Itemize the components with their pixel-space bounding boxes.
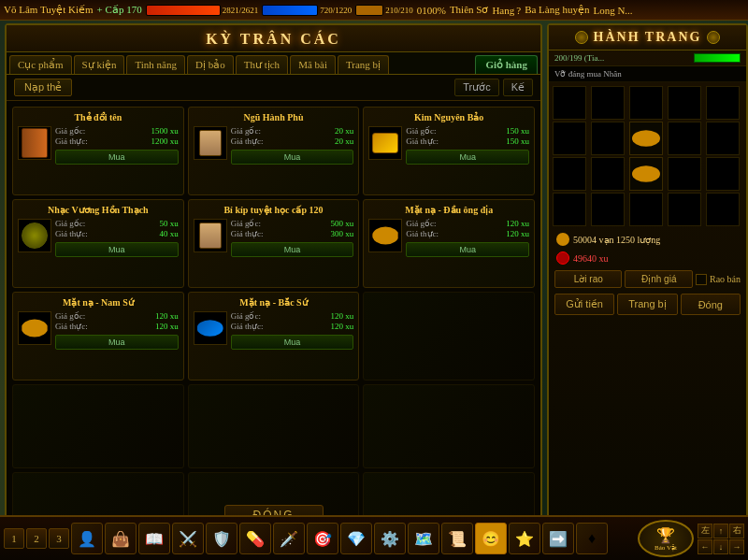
bao-vat-button[interactable]: 🏆 Báo Vật — [638, 520, 694, 557]
dir-right[interactable]: 右 — [729, 524, 744, 538]
shop-item-4: Nhạc Vương Hồn Thạch Giá gốc: 50 xu Giá … — [12, 199, 184, 288]
item-2-icon — [194, 126, 227, 160]
prev-button[interactable]: Trước — [454, 79, 498, 96]
inv-slot-1[interactable] — [553, 86, 586, 120]
rao-ban-row: Rao bán — [696, 270, 741, 288]
item-1-title: Thẻ đổi tên — [18, 112, 179, 122]
taskbar-icon-dagger[interactable]: 🗡️ — [273, 523, 305, 554]
dir-down[interactable]: ↓ — [713, 539, 728, 554]
dir-left2[interactable]: ← — [698, 539, 712, 554]
server-text: Thiên Sơ — [450, 4, 489, 16]
inv-slot-16[interactable] — [553, 193, 586, 226]
taskbar-icon-target[interactable]: 🎯 — [307, 523, 338, 554]
taskbar-icon-map[interactable]: 🗺️ — [408, 523, 439, 554]
mask-icon-8 — [197, 318, 223, 338]
shop-item-6: Mặt nạ - Đầu ông địa Giá gốc: 120 xu Giá… — [363, 199, 535, 288]
buy-button-3[interactable]: Mua — [406, 150, 529, 165]
buy-button-6[interactable]: Mua — [406, 242, 529, 257]
taskbar-icon-sword[interactable]: ⚔️ — [172, 523, 204, 554]
buy-button-2[interactable]: Mua — [231, 150, 354, 165]
inv-slot-9[interactable] — [668, 122, 701, 155]
tab-thu-tich[interactable]: Thư tịch — [236, 55, 288, 74]
inv-slot-15[interactable] — [706, 157, 740, 191]
dir-up[interactable]: ↑ — [713, 524, 728, 538]
tab-tinh-nang[interactable]: Tinh năng — [126, 55, 185, 74]
inv-slot-4[interactable] — [668, 86, 701, 120]
inv-slot-20[interactable] — [706, 193, 740, 226]
taskbar-num-1[interactable]: 1 — [4, 528, 24, 549]
inv-slot-19[interactable] — [668, 193, 701, 226]
loi-rao-button[interactable]: Lời rao — [554, 270, 622, 288]
taskbar-icon-person[interactable]: 👤 — [71, 523, 103, 554]
shop-item-2: Ngũ Hành Phù Giá gốc: 20 xu Giá thực: 20… — [188, 107, 360, 195]
taskbar-icon-shield[interactable]: 🛡️ — [206, 523, 237, 554]
taskbar-icon-gear[interactable]: ⚙️ — [374, 523, 406, 554]
taskbar-icon-gem[interactable]: 💎 — [340, 523, 372, 554]
taskbar-num-2[interactable]: 2 — [26, 528, 47, 549]
price-label-6: Giá gốc: — [406, 219, 436, 228]
inv-slot-6[interactable] — [553, 122, 586, 155]
stats-text: 200/199 (Tia... — [554, 53, 604, 63]
inv-slot-5[interactable] — [706, 86, 740, 120]
taskbar-num-3[interactable]: 3 — [49, 528, 69, 549]
tab-spacer — [391, 55, 473, 74]
tab-trang-bi[interactable]: Trang bị — [338, 55, 389, 74]
price-label-2: Giá gốc: — [231, 126, 261, 136]
taskbar-icon-face[interactable]: 😊 — [475, 523, 507, 554]
panel-dong-button[interactable]: Đóng — [681, 294, 741, 315]
item-6-title: Mặt nạ - Đầu ông địa — [368, 205, 529, 215]
inv-slot-14[interactable] — [668, 157, 701, 191]
price-label-8: Giá gốc: — [231, 311, 261, 321]
buy-button-5[interactable]: Mua — [231, 242, 354, 257]
mask-icon-7 — [22, 317, 48, 339]
dir-right2[interactable]: → — [729, 539, 744, 554]
taskbar-icon-diamond[interactable]: ♦️ — [576, 523, 608, 554]
price-actual-2: 20 xu — [335, 136, 353, 146]
inv-slot-10[interactable] — [706, 122, 740, 155]
scroll-icon-2 — [199, 130, 222, 156]
tab-di-bao[interactable]: Dị bảo — [187, 55, 234, 74]
panel-bottom-actions: Gửi tiền Trang bị Đóng — [549, 291, 746, 318]
tab-ma-bai[interactable]: Mã bài — [290, 55, 336, 74]
taskbar-icon-star[interactable]: ⭐ — [509, 523, 540, 554]
nap-the-button[interactable]: Nạp thẻ — [14, 79, 72, 96]
inv-slot-12[interactable] — [591, 157, 625, 191]
actual-label-6: Giá thực: — [406, 229, 439, 238]
rao-ban-checkbox[interactable] — [696, 274, 707, 285]
taskbar-icon-book[interactable]: 📖 — [138, 523, 170, 554]
buy-button-8[interactable]: Mua — [231, 335, 354, 350]
buy-button-4[interactable]: Mua — [55, 242, 179, 257]
trang-bi-button[interactable]: Trang bị — [617, 294, 677, 315]
inv-slot-13[interactable] — [629, 157, 663, 191]
dir-left[interactable]: 左 — [698, 524, 712, 538]
inv-slot-18[interactable] — [629, 193, 663, 226]
price-actual-4: 40 xu — [159, 229, 178, 238]
tab-gio-hang[interactable]: Giỏ hàng — [475, 55, 538, 74]
buy-button-1[interactable]: Mua — [55, 150, 179, 165]
inv-mask-icon-1 — [632, 128, 660, 149]
extra-text: 210/210 — [385, 6, 413, 15]
tab-cuc-pham[interactable]: Cục phẩm — [9, 55, 72, 74]
mp-bar-container: 720/1220 — [262, 5, 352, 16]
item-7-icon — [18, 311, 51, 345]
tab-su-kien[interactable]: Sự kiện — [74, 55, 125, 74]
taskbar-icon-bag[interactable]: 👜 — [105, 523, 137, 554]
next-button[interactable]: Kế — [503, 79, 533, 96]
mp-bar — [262, 5, 318, 16]
inv-slot-17[interactable] — [591, 193, 625, 226]
price-orig-8: 120 xu — [331, 311, 354, 321]
inv-slot-7[interactable] — [591, 122, 625, 155]
inv-slot-2[interactable] — [591, 86, 625, 120]
inv-slot-8[interactable] — [629, 122, 663, 155]
inv-slot-3[interactable] — [629, 86, 663, 120]
taskbar-icon-arrow[interactable]: ➡️ — [542, 523, 574, 554]
buy-button-7[interactable]: Mua — [55, 335, 179, 350]
dinh-gia-button[interactable]: Định giá — [625, 270, 692, 288]
item-8-title: Mặt nạ - Bắc Sứ — [194, 297, 354, 308]
price-actual-6: 120 xu — [506, 229, 529, 238]
gui-tien-button[interactable]: Gửi tiền — [554, 294, 614, 315]
price-orig-6: 120 xu — [506, 219, 529, 228]
taskbar-icon-scroll[interactable]: 📜 — [441, 523, 473, 554]
inv-slot-11[interactable] — [553, 157, 586, 191]
taskbar-icon-potion[interactable]: 💊 — [239, 523, 271, 554]
